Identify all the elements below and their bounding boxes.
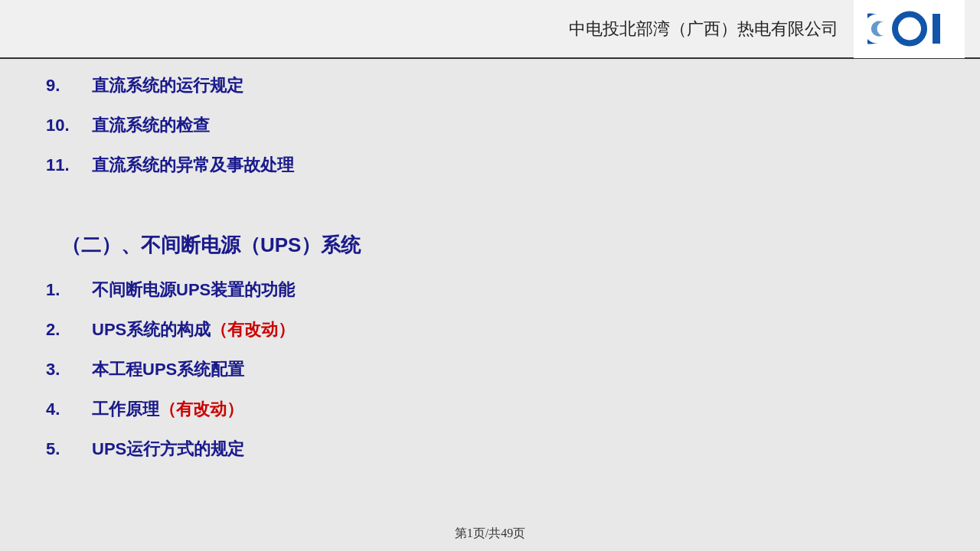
page-footer: 第1页/共49页 <box>455 526 525 542</box>
item-number: 9. <box>46 76 84 96</box>
item-number: 3. <box>46 360 84 380</box>
logo-container <box>854 0 965 58</box>
item-label: 不间断电源UPS装置的功能 <box>92 279 295 302</box>
item-number: 10. <box>46 116 84 135</box>
toc-item-s2-1: 1. 不间断电源UPS装置的功能 <box>46 279 934 302</box>
main-content: 9. 直流系统的运行规定 10. 直流系统的检查 11. 直流系统的异常及事故处… <box>0 59 980 508</box>
section2-header: （二）、不间断电源（UPS）系统 <box>46 232 934 259</box>
toc-item-9: 9. 直流系统的运行规定 <box>46 74 934 97</box>
toc-item-11: 11. 直流系统的异常及事故处理 <box>46 154 934 177</box>
toc-item-s2-3: 3. 本工程UPS系统配置 <box>46 358 934 381</box>
item-label: 直流系统的异常及事故处理 <box>92 154 294 177</box>
toc-item-s2-4: 4. 工作原理（有改动） <box>46 398 934 421</box>
page-header: 中电投北部湾（广西）热电有限公司 <box>0 0 980 59</box>
svg-point-0 <box>895 15 924 44</box>
toc-item-s2-5: 5. UPS运行方式的规定 <box>46 438 934 461</box>
item-label: 本工程UPS系统配置 <box>92 358 244 381</box>
item-label: 工作原理（有改动） <box>92 398 243 421</box>
company-title: 中电投北部湾（广西）热电有限公司 <box>569 18 838 41</box>
page-number: 第1页/共49页 <box>455 527 525 540</box>
item-label: UPS运行方式的规定 <box>92 438 244 461</box>
item-label: UPS系统的构成（有改动） <box>92 318 295 341</box>
item-number: 1. <box>46 280 84 300</box>
toc-item-10: 10. 直流系统的检查 <box>46 114 934 137</box>
item-label: 直流系统的检查 <box>92 114 210 137</box>
modified-badge: （有改动） <box>211 320 295 339</box>
item-number: 4. <box>46 399 84 419</box>
coi-logo-icon <box>867 8 952 50</box>
item-number: 11. <box>46 155 84 175</box>
item-number: 2. <box>46 320 84 340</box>
modified-badge: （有改动） <box>159 399 243 419</box>
item-number: 5. <box>46 439 84 459</box>
item-label: 直流系统的运行规定 <box>92 74 243 97</box>
toc-item-s2-2: 2. UPS系统的构成（有改动） <box>46 318 934 341</box>
svg-rect-1 <box>933 14 940 44</box>
